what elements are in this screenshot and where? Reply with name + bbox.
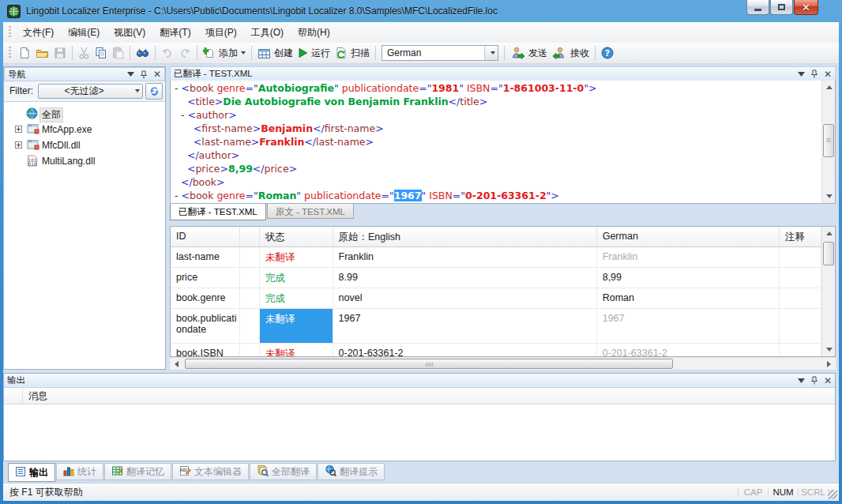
tree-item-multilang-dll[interactable]: 101010MultiLang.dll [4,153,165,169]
cell-note[interactable] [780,288,821,308]
scroll-up-button[interactable] [822,227,836,240]
table-row[interactable]: book.publicationdate未翻译19671967 [171,309,821,344]
maximize-button[interactable] [770,0,793,15]
cell-target[interactable]: 8,99 [597,268,780,288]
add-button[interactable]: 添加 [201,44,248,62]
cell-source[interactable]: 0-201-63361-2 [333,344,597,356]
table-row[interactable]: book.ISBN未翻译0-201-63361-20-201-63361-2 [171,344,821,356]
bottom-tab[interactable]: 输出 [8,463,55,482]
cell-target[interactable]: Franklin [597,247,780,267]
cell-target[interactable]: 0-201-63361-2 [597,344,780,356]
close-panel-icon[interactable]: ✕ [824,377,832,385]
editor-scrollbar-thumb[interactable] [823,124,834,157]
cell-gutter[interactable] [240,309,260,343]
tree-expander-icon[interactable] [15,126,22,133]
minimize-button[interactable] [746,0,769,15]
cell-note[interactable] [780,247,821,267]
cell-target[interactable]: Roman [597,288,780,308]
resize-grip[interactable] [828,490,837,499]
language-combobox[interactable]: German [382,45,498,61]
bottom-tab[interactable]: ABC文本编辑器 [172,463,249,480]
cell-note[interactable] [780,344,821,356]
tree-expander-icon[interactable] [15,141,22,149]
cell-id[interactable]: book.ISBN [171,344,240,356]
table-row[interactable]: book.genre完成novelRoman [171,288,821,309]
close-panel-icon[interactable]: ✕ [153,70,161,78]
menu-item[interactable]: 工具(O) [244,23,291,43]
scan-button[interactable]: 扫描 [333,44,372,62]
scroll-up-button[interactable] [822,81,836,94]
editor-tab[interactable]: 已翻译 - TEST.XML [170,204,266,220]
cell-id[interactable]: price [171,268,240,288]
grid-column-header[interactable]: 状态 [260,227,333,246]
table-row[interactable]: price完成8.998,99 [171,268,821,288]
message-column-header[interactable]: 消息 [4,388,835,404]
scroll-down-button[interactable] [822,190,836,203]
grid-column-header[interactable]: ID [171,227,240,246]
cell-gutter[interactable] [240,247,260,267]
cell-note[interactable] [780,309,821,343]
menu-item[interactable]: 编辑(E) [61,23,107,43]
grid-column-header[interactable]: 原始：English [333,227,597,246]
create-button[interactable]: 创建 [255,44,295,62]
grid-column-header[interactable] [240,227,260,246]
combo-dropdown-button[interactable] [484,46,498,60]
menu-item[interactable]: 项目(P) [198,23,244,43]
bottom-tab[interactable]: 翻译记忆 [104,463,171,480]
menu-item[interactable]: 视图(V) [107,23,152,43]
new-file-button[interactable] [16,44,33,62]
bottom-tab[interactable]: 统计 [56,463,103,480]
cell-id[interactable]: book.publicationdate [171,309,240,343]
open-folder-button[interactable] [33,44,51,62]
cell-source[interactable]: 8.99 [333,268,597,288]
cell-source[interactable]: Franklin [333,247,597,267]
table-row[interactable]: last-name未翻译FranklinFranklin [171,247,821,268]
cell-gutter[interactable] [240,268,260,288]
cell-note[interactable] [780,268,821,288]
cell-target[interactable]: 1967 [597,309,780,343]
receive-button[interactable]: 接收 [550,44,592,62]
bottom-tab[interactable]: 全部翻译 [250,463,317,480]
help-button[interactable]: ? [599,44,616,62]
toolbar-grip[interactable] [9,47,11,59]
cell-gutter[interactable] [240,344,260,356]
close-panel-icon[interactable]: ✕ [824,70,832,78]
menubar-grip[interactable] [9,26,11,39]
cell-id[interactable]: last-name [171,247,240,267]
cell-source[interactable]: novel [333,288,597,308]
cell-status[interactable]: 未翻译 [260,309,333,343]
cell-status[interactable]: 未翻译 [260,247,333,267]
scroll-left-button[interactable] [170,358,183,370]
run-button[interactable]: 运行 [295,44,333,62]
pin-icon[interactable] [810,376,818,385]
grid-column-header[interactable]: German [597,227,780,246]
cell-status[interactable]: 完成 [260,268,333,288]
tree-item-mfcdll-dll[interactable]: MfcDll.dll [4,137,165,153]
cell-source[interactable]: 1967 [333,309,597,343]
bottom-tab[interactable]: 翻译提示 [318,463,385,480]
grid-horizontal-scrollbar[interactable] [170,357,836,370]
scroll-right-button[interactable] [822,358,836,370]
find-button[interactable] [133,44,152,62]
grid-vertical-scrollbar[interactable] [821,227,835,356]
editor-tab[interactable]: 原文 - TEST.XML [267,204,354,219]
app-logo-icon[interactable] [7,5,21,18]
cell-status[interactable]: 未翻译 [260,344,333,356]
grid-hscrollbar-thumb[interactable] [185,359,673,369]
menu-item[interactable]: 翻译(T) [152,23,197,43]
tree-item--[interactable]: 全部 [4,106,165,122]
menu-item[interactable]: 文件(F) [16,23,61,43]
menu-item[interactable]: 帮助(H) [291,23,337,43]
close-button[interactable]: ✕ [794,0,818,15]
tree-item-mfcapp-exe[interactable]: MfcApp.exe [4,122,165,137]
editor-vertical-scrollbar[interactable] [821,81,835,203]
cell-gutter[interactable] [240,288,260,308]
xml-editor[interactable]: - <book genre="Autobiografie" publicatio… [170,81,836,204]
chevron-down-icon[interactable] [127,72,134,77]
cell-id[interactable]: book.genre [171,288,240,308]
chevron-down-icon[interactable] [798,72,805,77]
chevron-down-icon[interactable] [798,378,805,383]
filter-refresh-button[interactable] [145,83,163,100]
pin-icon[interactable] [810,70,818,78]
filter-combobox[interactable]: <无过滤> [38,84,143,99]
